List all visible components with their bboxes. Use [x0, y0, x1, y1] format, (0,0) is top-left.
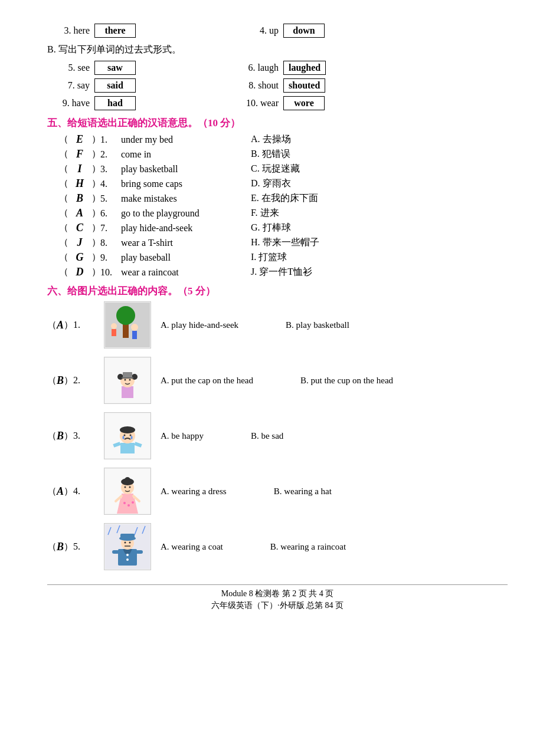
bracket-close: ） — [91, 222, 100, 234]
svg-point-33 — [125, 487, 126, 488]
bracket-close: ） — [91, 192, 100, 205]
match-num: 8. — [100, 238, 121, 248]
svg-point-32 — [125, 477, 130, 483]
pic-answer-4: （ A ） 4. — [47, 485, 94, 498]
bracket-close: ） — [91, 207, 100, 219]
section5-item-6: （ A ） 6. go to the playground F. 进来 — [59, 207, 508, 219]
bracket-close: ） — [91, 266, 100, 278]
pic-letter: A — [57, 319, 64, 331]
item-5-label: 5. see — [47, 63, 94, 73]
svg-point-11 — [117, 374, 123, 380]
pic-num: 1. — [73, 320, 80, 330]
section5-item-1: （ E ） 1. under my bed A. 去操场 — [59, 133, 508, 146]
item-10-label: 10. wear — [236, 98, 283, 109]
pic-option-b: B. play basketball — [286, 320, 349, 330]
footer-line2: 六年级英语（下）·外研版 总第 84 页 — [47, 600, 508, 611]
bracket-open: （ — [59, 148, 68, 160]
section5-item-8: （ J ） 8. wear a T-shirt H. 带来一些帽子 — [59, 236, 508, 249]
match-num: 4. — [100, 179, 121, 189]
pic-option-a: A. wearing a coat — [161, 542, 223, 552]
item-4-answer: down — [283, 24, 325, 38]
part3-row: 3. here there 4. up down — [47, 24, 508, 38]
pic-image-4 — [104, 468, 151, 515]
svg-point-13 — [125, 379, 126, 381]
section6-item-1: （ A ） 1. A. play hide-and-seek B. play b… — [47, 301, 508, 349]
item-6: 6. laugh laughed — [236, 61, 425, 75]
pic-num: 5. — [73, 541, 80, 552]
bracket-open: （ — [59, 207, 68, 219]
part3-section: 3. here there 4. up down — [47, 24, 508, 38]
svg-rect-16 — [122, 377, 133, 379]
section6-item-5: （ B ） 5. A. wearing — [47, 523, 508, 570]
match-num: 10. — [100, 267, 121, 278]
bracket-open: （ — [59, 266, 68, 278]
section6: 六、给图片选出正确的内容。（5 分） （ A ） 1. A. play hide… — [47, 284, 508, 570]
pic-option-b: B. wearing a raincoat — [270, 542, 346, 552]
part-b-section: B. 写出下列单词的过去式形式。 5. see saw 6. laugh lau… — [47, 44, 508, 110]
match-answer: C — [68, 222, 91, 234]
svg-point-3 — [131, 324, 138, 331]
bracket-close: ） — [91, 163, 100, 175]
section6-item-3: （ B ） 3. A. be happy B. be sad — [47, 412, 508, 459]
pic-image-1 — [104, 301, 151, 349]
item-8: 8. shout shouted — [236, 78, 425, 93]
svg-point-2 — [116, 306, 135, 325]
pic-num: 2. — [73, 375, 80, 386]
match-meaning: H. 带来一些帽子 — [251, 236, 369, 249]
match-meaning: D. 穿雨衣 — [251, 178, 369, 190]
item-6-answer: laughed — [283, 61, 326, 75]
match-num: 2. — [100, 149, 121, 160]
svg-rect-49 — [120, 534, 135, 540]
match-meaning: C. 玩捉迷藏 — [251, 163, 369, 175]
pic-letter: B — [57, 430, 64, 442]
pic-bracket-open: （ — [47, 485, 57, 498]
section5-item-2: （ F ） 2. come in B. 犯错误 — [59, 148, 508, 160]
item-4: 4. up down — [236, 24, 425, 38]
section5-item-5: （ B ） 5. make mistakes E. 在我的床下面 — [59, 192, 508, 205]
item-9: 9. have had — [47, 96, 236, 110]
section5-item-7: （ C ） 7. play hide-and-seek G. 打棒球 — [59, 222, 508, 234]
pic-bracket-open: （ — [47, 319, 57, 331]
pic-bracket-close: ） — [64, 485, 73, 498]
match-num: 9. — [100, 252, 121, 263]
svg-point-26 — [131, 436, 133, 439]
bracket-close: ） — [91, 236, 100, 249]
pic-option-b: B. be sad — [251, 431, 283, 441]
part-b-header: B. 写出下列单词的过去式形式。 — [47, 44, 508, 56]
match-answer: G — [68, 251, 91, 264]
item-10: 10. wear wore — [236, 96, 425, 110]
pic-letter: A — [57, 485, 64, 498]
section6-items: （ A ） 1. A. play hide-and-seek B. play b… — [47, 301, 508, 570]
svg-rect-55 — [112, 550, 119, 554]
bracket-close: ） — [91, 133, 100, 146]
match-answer: H — [68, 178, 91, 190]
pic-image-2 — [104, 357, 151, 404]
pic-image-5 — [104, 523, 151, 570]
svg-point-35 — [123, 502, 126, 504]
pic-option-a: A. play hide-and-seek — [161, 320, 238, 330]
pic-letter: B — [57, 541, 64, 553]
pic-answer-2: （ B ） 2. — [47, 374, 94, 387]
svg-rect-15 — [123, 372, 132, 378]
match-meaning: A. 去操场 — [251, 133, 369, 146]
match-phrase: bring some caps — [121, 179, 251, 189]
pic-option-a: A. be happy — [161, 431, 204, 441]
bracket-close: ） — [91, 178, 100, 190]
pic-options-3: A. be happy B. be sad — [161, 431, 283, 441]
bracket-open: （ — [59, 236, 68, 249]
bracket-close: ） — [91, 148, 100, 160]
svg-point-34 — [129, 487, 131, 488]
match-num: 7. — [100, 223, 121, 234]
item-3: 3. here there — [47, 24, 236, 38]
svg-point-54 — [126, 558, 129, 561]
item-5: 5. see saw — [47, 61, 236, 75]
match-phrase: wear a raincoat — [121, 267, 251, 278]
bracket-open: （ — [59, 178, 68, 190]
match-answer: J — [68, 236, 91, 249]
pic-answer-1: （ A ） 1. — [47, 319, 94, 331]
match-answer: D — [68, 266, 91, 278]
pic-options-2: A. put the cap on the head B. put the cu… — [161, 376, 393, 386]
svg-point-37 — [132, 501, 134, 504]
bracket-open: （ — [59, 222, 68, 234]
section5: 五、给短语选出正确的汉语意思。（10 分） （ E ） 1. under my … — [47, 116, 508, 278]
